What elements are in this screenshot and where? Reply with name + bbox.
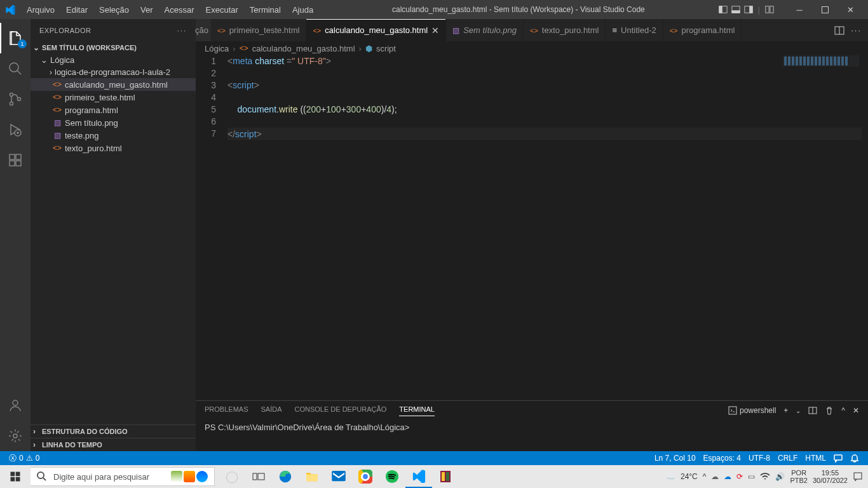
close-tab-icon[interactable]: ✕ — [431, 25, 439, 36]
breadcrumb-item[interactable]: calculando_meu_gasto.html — [252, 44, 355, 53]
panel-tab-problemas[interactable]: PROBLEMAS — [205, 405, 248, 416]
feedback-icon[interactable] — [830, 454, 846, 463]
menu-ver[interactable]: Ver — [135, 3, 158, 17]
timeline-section[interactable]: › LINHA DO TEMPO — [31, 438, 196, 451]
explorer-icon[interactable] — [299, 465, 325, 488]
editor-tab[interactable]: ≡Untitled-2 — [606, 19, 663, 41]
weather-temp[interactable]: 24°C — [681, 472, 698, 481]
split-editor-icon[interactable] — [834, 25, 844, 36]
onedrive-icon[interactable]: ☁ — [724, 472, 731, 481]
breadcrumb-item[interactable]: Lógica — [205, 44, 229, 53]
editor-tab[interactable]: <>primeiro_teste.html — [211, 19, 306, 41]
terminal-content[interactable]: PS C:\Users\Valmir\OneDrive\Área de Trab… — [196, 420, 868, 451]
status-errors[interactable]: ⓧ0 ⚠0 — [5, 453, 43, 464]
activity-settings[interactable] — [0, 421, 31, 451]
vscode-taskbar-icon[interactable] — [405, 465, 432, 488]
code-line[interactable]: </script> — [227, 128, 862, 140]
panel-tab-console-de-depuração[interactable]: CONSOLE DE DEPURAÇÃO — [294, 405, 386, 416]
title-layout-icons[interactable]: | — [719, 5, 774, 15]
status-eol[interactable]: CRLF — [774, 454, 801, 463]
panel-tab-saída[interactable]: SAÍDA — [261, 405, 281, 416]
code-line[interactable]: <script> — [227, 79, 862, 92]
status-spaces[interactable]: Espaços: 4 — [700, 454, 745, 463]
action-center-icon[interactable] — [853, 471, 863, 482]
delete-terminal-icon[interactable] — [825, 406, 834, 415]
keyboard-lang[interactable]: POR PTB2 — [790, 469, 808, 484]
close-panel-icon[interactable]: ✕ — [853, 406, 859, 415]
taskbar-search[interactable]: Digite aqui para pesquisar — [31, 467, 215, 486]
windows-update-icon[interactable]: ⟳ — [736, 472, 743, 481]
start-button[interactable] — [0, 465, 31, 488]
window-minimize[interactable]: ─ — [787, 0, 812, 19]
menu-ajuda[interactable]: Ajuda — [287, 3, 318, 17]
svg-rect-8 — [822, 6, 828, 13]
status-encoding[interactable]: UTF-8 — [745, 454, 774, 463]
weather-icon[interactable]: ☁️ — [666, 472, 675, 481]
activity-run-debug[interactable] — [0, 114, 31, 145]
window-close[interactable]: ✕ — [837, 0, 863, 19]
breadcrumbs[interactable]: Lógica › <> calculando_meu_gasto.html › … — [196, 41, 868, 55]
activity-search[interactable] — [0, 53, 31, 84]
maximize-panel-icon[interactable]: ^ — [841, 406, 845, 415]
sidebar-more-icon[interactable]: ··· — [177, 27, 187, 34]
chrome-icon[interactable] — [352, 465, 379, 488]
file-item[interactable]: <>texto_puro.html — [31, 142, 196, 154]
file-item[interactable]: <>primeiro_teste.html — [31, 91, 196, 104]
menu-terminal[interactable]: Terminal — [245, 3, 286, 17]
edge-icon[interactable] — [272, 465, 299, 488]
clock[interactable]: 19:55 30/07/2022 — [813, 469, 848, 484]
svg-rect-15 — [10, 161, 15, 166]
meet-now-icon[interactable]: ▭ — [748, 472, 755, 481]
subfolder-item[interactable]: › logica-de-programacao-I-aula-2 — [31, 66, 196, 78]
code-line[interactable]: <meta charset =" UTF-8"> — [227, 55, 862, 67]
activity-explorer[interactable]: 1 — [0, 23, 31, 53]
folder-root[interactable]: ⌄ Lógica — [31, 54, 196, 66]
menu-acessar[interactable]: Acessar — [159, 3, 200, 17]
breadcrumb-item[interactable]: script — [376, 44, 396, 53]
spotify-icon[interactable] — [379, 465, 405, 488]
split-terminal-icon[interactable] — [808, 406, 817, 415]
wifi-icon[interactable] — [760, 473, 770, 480]
code-line[interactable] — [227, 92, 862, 104]
file-item[interactable]: ▧Sem título.png — [31, 116, 196, 129]
terminal-shell-icon[interactable]: powershell — [728, 406, 776, 415]
file-item[interactable]: <>programa.html — [31, 104, 196, 116]
file-item[interactable]: ▧teste.png — [31, 129, 196, 142]
editor-tab[interactable]: <>calculando_meu_gasto.html✕ — [306, 19, 446, 41]
mail-icon[interactable] — [325, 465, 352, 488]
terminal-dropdown-icon[interactable]: ⌄ — [796, 407, 801, 414]
panel-tab-terminal[interactable]: TERMINAL — [399, 405, 435, 416]
tray-chevron-icon[interactable]: ^ — [703, 472, 707, 481]
status-language[interactable]: HTML — [801, 454, 830, 463]
add-terminal-icon[interactable]: + — [783, 406, 788, 415]
editor-tab[interactable]: <>programa.html — [663, 19, 742, 41]
code-line[interactable]: document.write ((200+100+300+400)/4); — [227, 104, 862, 116]
cortana-icon[interactable]: ◯ — [219, 465, 245, 488]
minimap[interactable] — [783, 55, 859, 132]
window-maximize[interactable] — [812, 0, 837, 19]
activity-source-control[interactable] — [0, 84, 31, 114]
file-item[interactable]: <>calculando_meu_gasto.html — [31, 78, 196, 91]
menu-arquivo[interactable]: Arquivo — [22, 3, 60, 17]
activity-extensions[interactable] — [0, 145, 31, 175]
workspace-section[interactable]: ⌄ SEM TÍTULO (WORKSPACE) — [31, 41, 196, 54]
svg-point-18 — [13, 400, 18, 405]
menu-executar[interactable]: Executar — [201, 3, 243, 17]
menu-editar[interactable]: Editar — [61, 3, 93, 17]
code-line[interactable] — [227, 116, 862, 128]
more-actions-icon[interactable]: ··· — [851, 25, 862, 35]
editor-tab[interactable]: <>texto_puro.html — [524, 19, 606, 41]
menu-seleção[interactable]: Seleção — [94, 3, 134, 17]
code-line[interactable] — [227, 67, 862, 79]
winrar-icon[interactable] — [432, 465, 459, 488]
outline-section[interactable]: › ESTRUTURA DO CÓDIGO — [31, 424, 196, 438]
editor-tab[interactable]: ▧Sem título.png — [446, 19, 524, 41]
onedrive-icon[interactable]: ☁ — [711, 472, 719, 481]
task-view-icon[interactable] — [245, 465, 272, 488]
notifications-icon[interactable] — [846, 454, 863, 463]
status-position[interactable]: Ln 7, Col 10 — [651, 454, 700, 463]
code-editor[interactable]: 1234567 <meta charset =" UTF-8"><script>… — [196, 55, 868, 400]
tab-partial[interactable]: ção — [196, 19, 211, 41]
activity-account[interactable] — [0, 390, 31, 421]
volume-icon[interactable]: 🔊 — [775, 472, 785, 481]
